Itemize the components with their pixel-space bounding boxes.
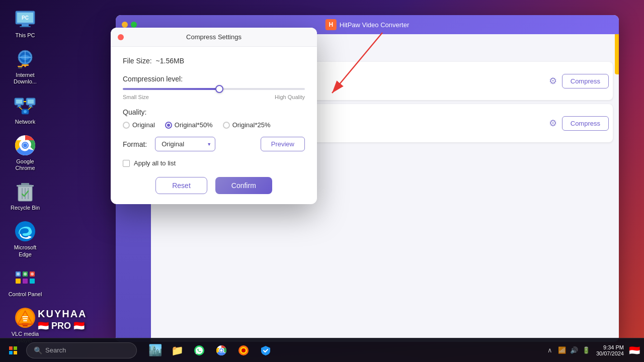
file-size-row: File Size: ~1.56MB	[123, 57, 305, 65]
svg-rect-44	[30, 279, 35, 284]
reset-button[interactable]: Reset	[155, 177, 207, 194]
tray-battery-icon[interactable]: 🔋	[581, 345, 591, 355]
compress-button-2[interactable]: Compress	[562, 116, 609, 131]
desktop-icon-google-chrome[interactable]: Google Chrome	[5, 131, 45, 173]
format-label: Format:	[123, 140, 147, 148]
taskbar-app-chrome[interactable]	[211, 340, 231, 360]
taskbar-app-whatsapp[interactable]	[189, 340, 209, 360]
network-icon	[13, 94, 37, 118]
compression-slider-thumb[interactable]	[215, 85, 223, 93]
watermark-line1: KUYHAA	[38, 307, 87, 320]
svg-text:PC: PC	[22, 15, 29, 21]
compression-level-label: Compression level:	[123, 75, 305, 83]
whatsapp-icon	[194, 345, 205, 356]
svg-rect-54	[23, 325, 28, 326]
network-label: Network	[15, 119, 35, 125]
windows-logo-icon	[9, 346, 18, 355]
apply-all-row: Apply all to list	[123, 159, 305, 167]
svg-rect-62	[14, 346, 17, 350]
taskbar-search[interactable]: 🔍 Search	[26, 342, 137, 358]
google-chrome-label: Google Chrome	[7, 158, 43, 171]
compression-slider-container: Small Size High Quality	[123, 88, 305, 100]
radio-original50-label: Original*50%	[175, 121, 213, 129]
watermark: KUYHAA 🇮🇩 PRO 🇮🇩	[38, 307, 87, 332]
taskbar-app-city[interactable]: 🏙️	[145, 340, 165, 360]
apply-all-checkbox[interactable]	[123, 160, 130, 167]
compress-button-1[interactable]: Compress	[562, 74, 609, 88]
desktop-icon-this-pc[interactable]: PC This PC	[5, 5, 45, 41]
firefox-icon	[238, 345, 249, 356]
svg-rect-3	[20, 26, 31, 27]
svg-rect-55	[22, 316, 28, 317]
radio-original25-label: Original*25%	[232, 121, 271, 129]
taskbar-app-folder[interactable]: 📁	[167, 340, 187, 360]
quality-section: Quality: Original Original*50% Original*…	[123, 108, 305, 129]
tray-volume-icon[interactable]: 🔊	[569, 345, 579, 355]
recycle-bin-icon	[13, 179, 37, 204]
hitpaw-title-text: HitPaw Video Converter	[340, 21, 410, 29]
folder-taskbar-icon: 📁	[171, 344, 184, 356]
quality-option-original[interactable]: Original	[123, 121, 155, 129]
svg-point-23	[24, 110, 27, 113]
tray-expand-icon[interactable]: ∧	[545, 345, 555, 355]
city-icon: 🏙️	[148, 344, 162, 357]
svg-rect-37	[17, 185, 34, 187]
svg-rect-61	[9, 346, 13, 350]
taskbar: 🔍 Search 🏙️ 📁	[0, 338, 644, 362]
security-icon	[260, 345, 271, 356]
desktop-icon-network[interactable]: Network	[5, 92, 45, 127]
internet-download-icon	[13, 47, 37, 71]
svg-rect-42	[16, 279, 21, 284]
tray-network-icon[interactable]: 📶	[557, 345, 567, 355]
quality-option-original25[interactable]: Original*25%	[223, 121, 271, 129]
format-select[interactable]: Original MP4 AVI MOV	[155, 137, 215, 151]
watermark-line2: 🇮🇩 PRO 🇮🇩	[38, 320, 87, 332]
slider-label-small: Small Size	[123, 94, 149, 100]
preview-button[interactable]: Preview	[261, 137, 305, 151]
radio-original-label: Original	[132, 121, 155, 129]
svg-rect-43	[23, 279, 28, 284]
svg-point-68	[220, 349, 223, 351]
taskbar-tray: ∧ 📶 🔊 🔋 9:34 PM 30/07/2024 🇮🇩	[545, 344, 640, 356]
tray-clock[interactable]: 9:34 PM 30/07/2024	[596, 344, 624, 356]
clock-time: 9:34 PM	[603, 344, 624, 350]
gear-icon-1[interactable]: ⚙	[549, 75, 557, 86]
quality-option-original50[interactable]: Original*50%	[165, 121, 213, 129]
titlebar-controls	[122, 22, 137, 28]
recycle-bin-label: Recycle Bin	[11, 205, 40, 211]
confirm-button[interactable]: Confirm	[215, 177, 272, 194]
desktop-icon-control-panel[interactable]: Control Panel	[5, 264, 45, 300]
quality-label: Quality:	[123, 108, 305, 116]
maximize-button[interactable]	[131, 22, 137, 28]
radio-original50[interactable]	[165, 122, 172, 129]
accent-bar	[615, 34, 619, 74]
desktop-icon-recycle-bin[interactable]: Recycle Bin	[5, 177, 45, 213]
radio-original[interactable]	[123, 122, 130, 129]
svg-rect-14	[16, 100, 22, 104]
dialog-buttons: Reset Confirm	[123, 177, 305, 194]
microsoft-edge-label: Microsoft Edge	[7, 244, 43, 257]
compression-slider-track[interactable]	[123, 88, 305, 90]
minimize-button[interactable]	[122, 22, 128, 28]
taskbar-app-firefox[interactable]	[233, 340, 254, 360]
file-size-dialog-label: File Size:	[123, 57, 152, 65]
svg-point-46	[24, 273, 27, 276]
svg-rect-15	[18, 105, 21, 107]
dialog-close-button[interactable]	[118, 34, 124, 40]
tray-flag-icon[interactable]: 🇮🇩	[629, 345, 640, 356]
gear-icon-2[interactable]: ⚙	[549, 118, 557, 129]
radio-original25[interactable]	[223, 122, 230, 129]
desktop-icon-microsoft-edge[interactable]: Microsoft Edge	[5, 217, 45, 259]
hitpaw-logo-icon: H	[326, 19, 337, 30]
desktop-icon-internet-download[interactable]: Internet Downlo...	[5, 45, 45, 87]
microsoft-edge-icon	[13, 219, 37, 243]
svg-rect-56	[23, 318, 28, 319]
start-button[interactable]	[4, 341, 22, 359]
svg-rect-63	[9, 351, 13, 354]
internet-download-label: Internet Downlo...	[7, 72, 43, 85]
format-select-wrapper: Original MP4 AVI MOV	[155, 137, 215, 151]
svg-point-71	[242, 348, 246, 352]
hitpaw-title: H HitPaw Video Converter	[326, 19, 410, 30]
format-row: Format: Original MP4 AVI MOV Preview	[123, 137, 305, 151]
taskbar-app-security[interactable]	[256, 340, 276, 360]
